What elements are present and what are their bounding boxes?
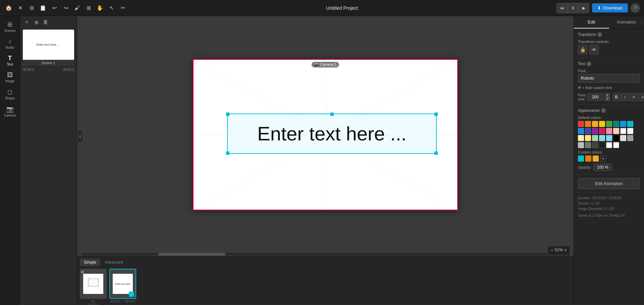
color-swatch[interactable] — [620, 121, 626, 127]
panel-expand-icon[interactable]: › — [641, 20, 643, 25]
rewind-button[interactable]: ⏮ — [557, 3, 568, 13]
custom-color-swatch[interactable] — [585, 156, 591, 162]
color-swatch[interactable] — [585, 135, 591, 141]
tab-advanced[interactable]: Advanced — [101, 259, 127, 266]
color-swatch[interactable] — [606, 128, 612, 134]
lock-transform-button[interactable]: 🔒 — [578, 45, 587, 54]
delete-scene-button[interactable]: 🗑 — [42, 18, 50, 26]
handle-top-right[interactable] — [434, 113, 438, 116]
color-swatch[interactable] — [620, 128, 626, 134]
color-swatch[interactable] — [606, 135, 612, 141]
duplicate-scene-button[interactable]: ⊕ — [32, 18, 40, 26]
scene-label: Scene 1 — [23, 60, 74, 66]
color-swatch[interactable] — [613, 128, 619, 134]
handle-top-left[interactable] — [226, 113, 229, 116]
color-swatch[interactable] — [578, 142, 584, 148]
custom-color-swatch[interactable] — [593, 156, 599, 162]
font-size-down-button[interactable]: ▼ — [605, 97, 610, 101]
tab-simple[interactable]: Simple — [80, 259, 100, 266]
color-swatch[interactable] — [599, 135, 605, 141]
grid-icon[interactable]: ⊞ — [84, 3, 93, 13]
font-size-row: Font size: ▲ ▼ B I ≡ ≡ ≡ — [578, 93, 640, 101]
color-swatch[interactable] — [599, 121, 605, 127]
color-swatch[interactable] — [613, 135, 619, 141]
undo-icon[interactable]: ↩ — [50, 3, 59, 13]
scene-thumbnail[interactable]: Enter text here ... Scene 1 — [23, 30, 74, 66]
brush-icon[interactable]: 🖌 — [72, 3, 82, 13]
align-center-button[interactable]: ≡ — [639, 93, 644, 101]
sidebar-item-image[interactable]: 🖼 Image — [1, 70, 19, 85]
handle-bottom-right[interactable] — [434, 151, 438, 155]
scrollbar-thumb[interactable] — [158, 253, 225, 256]
color-swatch[interactable] — [578, 121, 584, 127]
eye-transform-button[interactable]: 👁 — [589, 45, 599, 54]
sidebar-item-camera[interactable]: 📷 Camera — [1, 103, 19, 119]
sidebar-item-shape[interactable]: ◻ Shape — [1, 86, 19, 102]
redo-icon[interactable]: ↪ — [61, 3, 70, 13]
timeline-thumb-1[interactable]: ⊞ — [80, 269, 107, 299]
horizontal-scrollbar[interactable] — [81, 253, 570, 256]
color-swatch[interactable] — [613, 121, 619, 127]
zoom-out-button[interactable]: − — [551, 247, 553, 253]
color-swatch[interactable] — [613, 142, 619, 148]
color-swatch[interactable] — [606, 142, 612, 148]
opacity-input[interactable] — [593, 164, 612, 171]
align-left-button[interactable]: ≡ — [630, 93, 638, 101]
text-element[interactable]: Enter text here ... — [227, 114, 437, 154]
color-swatch[interactable] — [578, 128, 584, 134]
custom-color-swatch[interactable] — [578, 156, 584, 162]
camera-pink-icon: 📷 — [314, 62, 319, 67]
color-swatch[interactable] — [585, 142, 591, 148]
hand-icon[interactable]: ✋ — [95, 3, 105, 13]
sidebar-item-audio[interactable]: ♪ Audio — [1, 36, 19, 51]
handle-top-center[interactable] — [330, 113, 334, 116]
color-swatch[interactable] — [578, 135, 584, 141]
transform-title: Transform i — [578, 32, 640, 37]
zoom-in-button[interactable]: + — [564, 247, 567, 253]
canvas-stage[interactable]: 📷 Camera 1 Enter text here ... — [193, 59, 458, 210]
appearance-info-icon[interactable]: i — [601, 108, 606, 113]
color-swatch[interactable] — [592, 128, 598, 134]
select-icon[interactable]: ↖ — [107, 3, 116, 13]
color-swatch[interactable] — [592, 121, 598, 127]
add-color-button[interactable]: + — [600, 156, 606, 162]
transform-info-icon[interactable]: i — [597, 32, 602, 37]
edit-animation-button[interactable]: Edit Animation — [578, 178, 640, 189]
color-swatch[interactable] — [592, 142, 598, 148]
color-swatch[interactable] — [627, 121, 633, 127]
add-scene-button[interactable]: + — [23, 18, 31, 26]
collapse-panel-button[interactable]: ‹ — [77, 130, 83, 143]
bold-button[interactable]: B — [612, 93, 621, 101]
color-swatch[interactable] — [585, 121, 591, 127]
font-size-up-button[interactable]: ▲ — [605, 93, 610, 97]
color-swatch[interactable] — [592, 135, 598, 141]
text-info-icon[interactable]: i — [587, 61, 591, 66]
timeline-thumb-2[interactable]: Enter text here 1 — [109, 269, 136, 299]
color-swatch[interactable] — [599, 142, 605, 148]
home-icon[interactable]: 🏠 — [4, 3, 13, 13]
copy-icon[interactable]: ⧉ — [27, 3, 36, 13]
font-size-input[interactable] — [587, 93, 604, 101]
download-button[interactable]: ⬇ Download — [592, 3, 628, 12]
tab-animation[interactable]: Animation — [609, 16, 644, 29]
tab-edit[interactable]: Edit — [574, 16, 609, 29]
handle-bottom-left[interactable] — [226, 151, 229, 155]
play-button[interactable]: ▶ — [578, 3, 589, 13]
font-select[interactable]: Roboto — [578, 74, 640, 83]
sidebar-item-text[interactable]: T Text — [1, 53, 19, 68]
help-button[interactable]: ? — [631, 3, 640, 13]
color-swatch[interactable] — [606, 121, 612, 127]
color-swatch[interactable] — [599, 128, 605, 134]
color-swatch[interactable] — [627, 128, 633, 134]
timeline-scene-item-2: Enter text here 1 00:00.0 → 00:03.0 — [109, 269, 136, 302]
sidebar-item-scenes[interactable]: ⊞ Scenes — [1, 19, 19, 35]
pause-button[interactable]: ⏸ — [568, 3, 578, 13]
color-swatch[interactable] — [620, 135, 626, 141]
color-swatch[interactable] — [585, 128, 591, 134]
close-icon[interactable]: ✕ — [15, 3, 25, 13]
paste-icon[interactable]: 📋 — [38, 3, 48, 13]
italic-button[interactable]: I — [621, 93, 629, 101]
color-swatch[interactable] — [627, 135, 633, 141]
add-custom-font-button[interactable]: ⊕ + Add custom font — [578, 85, 612, 90]
crop-icon[interactable]: ✂ — [118, 3, 127, 13]
